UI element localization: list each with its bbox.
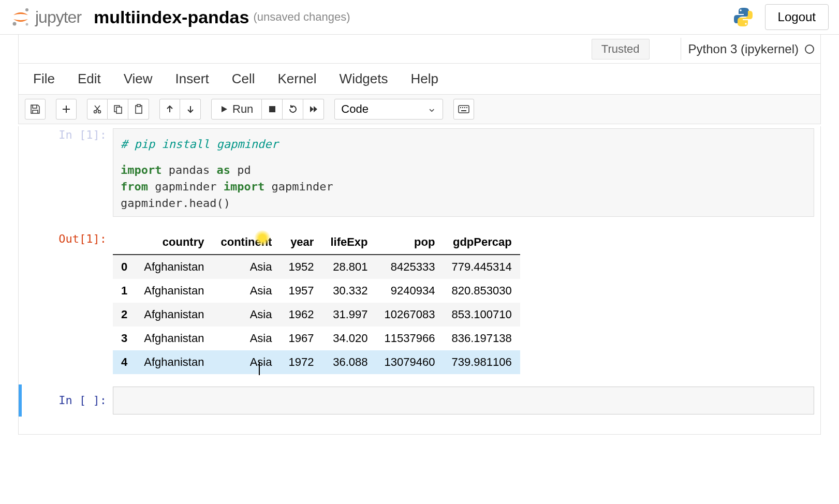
cell: Afghanistan: [136, 327, 212, 350]
cell: 853.100710: [443, 303, 520, 327]
code-input-2[interactable]: [113, 387, 814, 414]
menubar: File Edit View Insert Cell Kernel Widget…: [18, 64, 821, 95]
df-col-gdpPercap: gdpPercap: [443, 230, 520, 255]
row-index: 2: [113, 303, 136, 327]
kernel-name[interactable]: Python 3 (ipykernel): [688, 42, 799, 56]
df-col-year: year: [280, 230, 322, 255]
out-prompt-1: Out[1]:: [25, 223, 113, 374]
cell: Afghanistan: [136, 279, 212, 303]
cell: 10267083: [376, 303, 444, 327]
save-button[interactable]: [25, 99, 46, 120]
svg-rect-8: [116, 107, 122, 113]
kernel-bar: Trusted Python 3 (ipykernel): [18, 35, 821, 64]
python-icon: [732, 6, 755, 28]
copy-button[interactable]: [108, 99, 128, 120]
svg-rect-10: [137, 105, 140, 107]
svg-point-0: [25, 8, 28, 11]
menu-view[interactable]: View: [124, 71, 153, 87]
cell-type-select[interactable]: Code: [334, 99, 443, 120]
cell: 36.088: [322, 350, 376, 374]
cell: 28.801: [322, 255, 376, 279]
arrow-down-icon: [185, 104, 196, 114]
svg-rect-16: [466, 107, 467, 108]
run-label: Run: [232, 102, 253, 116]
cell-type-value: Code: [341, 102, 369, 116]
svg-point-2: [26, 23, 28, 26]
paste-button[interactable]: [128, 99, 149, 120]
svg-rect-15: [464, 107, 465, 108]
unsaved-indicator: (unsaved changes): [253, 10, 350, 24]
df-index-header: [113, 230, 136, 255]
cell: Asia: [212, 327, 280, 350]
table-row: 1AfghanistanAsia195730.3329240934820.853…: [113, 279, 520, 303]
row-index: 0: [113, 255, 136, 279]
code-cell-2[interactable]: In [ ]:: [19, 384, 820, 417]
restart-icon: [288, 104, 298, 114]
menu-help[interactable]: Help: [411, 71, 438, 87]
jupyter-icon: [10, 7, 31, 27]
svg-rect-13: [460, 107, 461, 108]
save-icon: [30, 104, 40, 114]
cell: 820.853030: [443, 279, 520, 303]
df-col-continent: continent: [212, 230, 280, 255]
svg-point-3: [740, 9, 742, 11]
cell: Asia: [212, 279, 280, 303]
table-row: 3AfghanistanAsia196734.02011537966836.19…: [113, 327, 520, 350]
jupyter-logo[interactable]: jupyter: [10, 7, 81, 27]
run-button[interactable]: Run: [211, 99, 262, 120]
logout-button[interactable]: Logout: [765, 4, 829, 30]
menu-kernel[interactable]: Kernel: [277, 71, 316, 87]
move-up-button[interactable]: [159, 99, 180, 120]
cell: 34.020: [322, 327, 376, 350]
menu-file[interactable]: File: [33, 71, 55, 87]
cell: 13079460: [376, 350, 444, 374]
in-prompt-2: In [ ]:: [25, 387, 113, 414]
restart-button[interactable]: [283, 99, 303, 120]
cell: 11537966: [376, 327, 444, 350]
notebook-area: In [1]: # pip install gapminder import p…: [18, 126, 821, 435]
menu-cell[interactable]: Cell: [232, 71, 255, 87]
stop-icon: [268, 105, 276, 113]
cell: 1962: [280, 303, 322, 327]
cell: Asia: [212, 303, 280, 327]
interrupt-button[interactable]: [262, 99, 283, 120]
table-row: 0AfghanistanAsia195228.8018425333779.445…: [113, 255, 520, 279]
notebook-name[interactable]: multiindex-pandas: [94, 7, 249, 27]
code-cell-1[interactable]: In [1]: # pip install gapminder import p…: [19, 126, 820, 219]
copy-icon: [113, 104, 123, 114]
cut-button[interactable]: [87, 99, 108, 120]
svg-rect-14: [462, 107, 463, 108]
code-input-1[interactable]: # pip install gapminder import pandas as…: [113, 128, 814, 217]
cell: 1972: [280, 350, 322, 374]
trusted-badge[interactable]: Trusted: [592, 39, 650, 60]
move-down-button[interactable]: [180, 99, 201, 120]
svg-point-4: [745, 23, 747, 25]
arrow-up-icon: [165, 104, 175, 114]
row-index: 1: [113, 279, 136, 303]
menu-widgets[interactable]: Widgets: [340, 71, 388, 87]
df-col-country: country: [136, 230, 212, 255]
command-palette-button[interactable]: [453, 99, 474, 120]
fast-forward-icon: [308, 104, 319, 114]
svg-rect-12: [459, 106, 469, 113]
kernel-indicator: [805, 45, 814, 54]
menu-edit[interactable]: Edit: [78, 71, 101, 87]
dataframe-output: countrycontinentyearlifeExppopgdpPercap …: [113, 230, 520, 374]
svg-rect-17: [461, 110, 466, 111]
cell: Asia: [212, 350, 280, 374]
cell: 836.197138: [443, 327, 520, 350]
cell: 9240934: [376, 279, 444, 303]
add-cell-button[interactable]: [56, 99, 77, 120]
cut-icon: [92, 104, 102, 114]
restart-run-all-button[interactable]: [303, 99, 324, 120]
cell: 30.332: [322, 279, 376, 303]
menu-insert[interactable]: Insert: [175, 71, 209, 87]
row-index: 4: [113, 350, 136, 374]
cell: 779.445314: [443, 255, 520, 279]
svg-rect-11: [269, 106, 275, 112]
df-col-lifeExp: lifeExp: [322, 230, 376, 255]
cell: 1957: [280, 279, 322, 303]
df-col-pop: pop: [376, 230, 444, 255]
play-icon: [220, 105, 228, 113]
cell: Asia: [212, 255, 280, 279]
